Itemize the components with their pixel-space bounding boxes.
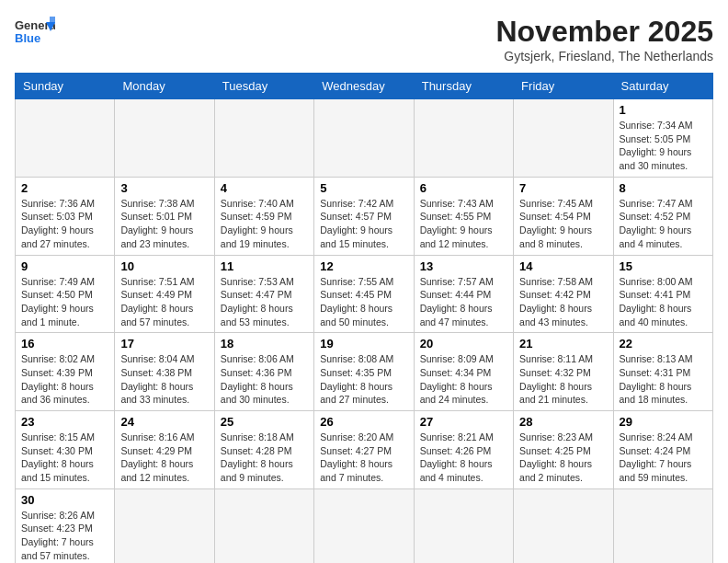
calendar-empty-cell xyxy=(314,99,414,178)
day-info: Sunrise: 7:43 AM Sunset: 4:55 PM Dayligh… xyxy=(420,197,507,251)
calendar-day-19: 19Sunrise: 8:08 AM Sunset: 4:35 PM Dayli… xyxy=(314,333,414,411)
calendar-day-6: 6Sunrise: 7:43 AM Sunset: 4:55 PM Daylig… xyxy=(414,177,513,255)
day-number: 19 xyxy=(320,337,407,350)
day-number: 17 xyxy=(120,337,208,350)
day-info: Sunrise: 7:51 AM Sunset: 4:49 PM Dayligh… xyxy=(120,275,208,329)
calendar-day-15: 15Sunrise: 8:00 AM Sunset: 4:41 PM Dayli… xyxy=(613,255,712,333)
location-title: Gytsjerk, Friesland, The Netherlands xyxy=(495,49,713,63)
day-number: 15 xyxy=(620,259,707,273)
day-info: Sunrise: 8:23 AM Sunset: 4:25 PM Dayligh… xyxy=(519,431,607,485)
calendar-day-13: 13Sunrise: 7:57 AM Sunset: 4:44 PM Dayli… xyxy=(414,255,513,333)
calendar-day-4: 4Sunrise: 7:40 AM Sunset: 4:59 PM Daylig… xyxy=(214,177,313,255)
day-number: 13 xyxy=(420,259,507,273)
logo-svg: General Blue xyxy=(15,15,55,48)
day-number: 28 xyxy=(519,415,607,429)
calendar-day-22: 22Sunrise: 8:13 AM Sunset: 4:31 PM Dayli… xyxy=(613,333,712,411)
day-number: 22 xyxy=(620,337,707,350)
calendar-day-26: 26Sunrise: 8:20 AM Sunset: 4:27 PM Dayli… xyxy=(314,411,414,489)
title-section: November 2025 Gytsjerk, Friesland, The N… xyxy=(495,15,713,63)
day-number: 14 xyxy=(519,259,607,273)
day-number: 6 xyxy=(420,181,507,195)
day-info: Sunrise: 7:40 AM Sunset: 4:59 PM Dayligh… xyxy=(221,197,308,251)
calendar-day-5: 5Sunrise: 7:42 AM Sunset: 4:57 PM Daylig… xyxy=(314,177,414,255)
calendar-day-10: 10Sunrise: 7:51 AM Sunset: 4:49 PM Dayli… xyxy=(115,255,214,333)
day-number: 5 xyxy=(320,181,407,195)
day-number: 3 xyxy=(120,181,208,195)
calendar-day-3: 3Sunrise: 7:38 AM Sunset: 5:01 PM Daylig… xyxy=(115,177,214,255)
calendar-day-1: 1Sunrise: 7:34 AM Sunset: 5:05 PM Daylig… xyxy=(613,99,712,178)
day-info: Sunrise: 8:20 AM Sunset: 4:27 PM Dayligh… xyxy=(320,431,407,485)
day-info: Sunrise: 7:58 AM Sunset: 4:42 PM Dayligh… xyxy=(519,275,607,329)
calendar-empty-cell xyxy=(514,99,613,178)
day-number: 10 xyxy=(120,259,208,273)
calendar-day-27: 27Sunrise: 8:21 AM Sunset: 4:26 PM Dayli… xyxy=(414,411,513,489)
weekday-header-friday: Friday xyxy=(514,74,613,99)
day-info: Sunrise: 8:11 AM Sunset: 4:32 PM Dayligh… xyxy=(519,352,607,407)
calendar-day-2: 2Sunrise: 7:36 AM Sunset: 5:03 PM Daylig… xyxy=(16,177,115,255)
weekday-header-sunday: Sunday xyxy=(16,74,115,99)
calendar-empty-cell xyxy=(16,99,115,178)
day-number: 1 xyxy=(620,103,707,117)
calendar-day-24: 24Sunrise: 8:16 AM Sunset: 4:29 PM Dayli… xyxy=(115,411,214,489)
day-info: Sunrise: 8:24 AM Sunset: 4:24 PM Dayligh… xyxy=(620,431,707,485)
day-info: Sunrise: 7:55 AM Sunset: 4:45 PM Dayligh… xyxy=(320,275,407,329)
day-info: Sunrise: 8:21 AM Sunset: 4:26 PM Dayligh… xyxy=(420,431,507,485)
day-number: 30 xyxy=(21,493,108,507)
day-number: 8 xyxy=(620,181,707,195)
calendar-day-9: 9Sunrise: 7:49 AM Sunset: 4:50 PM Daylig… xyxy=(16,255,115,333)
calendar-week-row: 1Sunrise: 7:34 AM Sunset: 5:05 PM Daylig… xyxy=(16,99,713,178)
calendar-week-row: 2Sunrise: 7:36 AM Sunset: 5:03 PM Daylig… xyxy=(16,177,713,255)
weekday-header-thursday: Thursday xyxy=(414,74,513,99)
day-number: 23 xyxy=(21,415,108,429)
day-info: Sunrise: 7:57 AM Sunset: 4:44 PM Dayligh… xyxy=(420,275,507,329)
calendar-day-29: 29Sunrise: 8:24 AM Sunset: 4:24 PM Dayli… xyxy=(613,411,712,489)
day-number: 16 xyxy=(21,337,108,350)
day-info: Sunrise: 8:02 AM Sunset: 4:39 PM Dayligh… xyxy=(21,352,108,407)
calendar-week-row: 23Sunrise: 8:15 AM Sunset: 4:30 PM Dayli… xyxy=(16,411,713,489)
svg-text:Blue: Blue xyxy=(15,31,40,45)
weekday-header-wednesday: Wednesday xyxy=(314,74,414,99)
calendar-empty-cell xyxy=(115,488,214,563)
day-info: Sunrise: 7:45 AM Sunset: 4:54 PM Dayligh… xyxy=(519,197,607,251)
calendar-day-20: 20Sunrise: 8:09 AM Sunset: 4:34 PM Dayli… xyxy=(414,333,513,411)
month-title: November 2025 xyxy=(495,15,713,49)
calendar-empty-cell xyxy=(115,99,214,178)
calendar-day-28: 28Sunrise: 8:23 AM Sunset: 4:25 PM Dayli… xyxy=(514,411,613,489)
calendar-day-7: 7Sunrise: 7:45 AM Sunset: 4:54 PM Daylig… xyxy=(514,177,613,255)
day-info: Sunrise: 7:47 AM Sunset: 4:52 PM Dayligh… xyxy=(620,197,707,251)
calendar-day-14: 14Sunrise: 7:58 AM Sunset: 4:42 PM Dayli… xyxy=(514,255,613,333)
day-info: Sunrise: 8:16 AM Sunset: 4:29 PM Dayligh… xyxy=(120,431,208,485)
day-number: 26 xyxy=(320,415,407,429)
calendar-week-row: 9Sunrise: 7:49 AM Sunset: 4:50 PM Daylig… xyxy=(16,255,713,333)
calendar-day-17: 17Sunrise: 8:04 AM Sunset: 4:38 PM Dayli… xyxy=(115,333,214,411)
day-info: Sunrise: 8:13 AM Sunset: 4:31 PM Dayligh… xyxy=(620,352,707,407)
day-info: Sunrise: 7:49 AM Sunset: 4:50 PM Dayligh… xyxy=(21,275,108,329)
weekday-header-tuesday: Tuesday xyxy=(214,74,313,99)
weekday-header-row: SundayMondayTuesdayWednesdayThursdayFrid… xyxy=(16,74,713,99)
calendar-day-12: 12Sunrise: 7:55 AM Sunset: 4:45 PM Dayli… xyxy=(314,255,414,333)
day-number: 9 xyxy=(21,259,108,273)
weekday-header-saturday: Saturday xyxy=(613,74,712,99)
day-info: Sunrise: 7:34 AM Sunset: 5:05 PM Dayligh… xyxy=(620,119,707,173)
day-info: Sunrise: 8:08 AM Sunset: 4:35 PM Dayligh… xyxy=(320,352,407,407)
calendar-day-21: 21Sunrise: 8:11 AM Sunset: 4:32 PM Dayli… xyxy=(514,333,613,411)
calendar-day-23: 23Sunrise: 8:15 AM Sunset: 4:30 PM Dayli… xyxy=(16,411,115,489)
day-number: 4 xyxy=(221,181,308,195)
calendar-week-row: 30Sunrise: 8:26 AM Sunset: 4:23 PM Dayli… xyxy=(16,488,713,563)
calendar-day-11: 11Sunrise: 7:53 AM Sunset: 4:47 PM Dayli… xyxy=(214,255,313,333)
day-info: Sunrise: 7:53 AM Sunset: 4:47 PM Dayligh… xyxy=(221,275,308,329)
day-number: 7 xyxy=(519,181,607,195)
day-info: Sunrise: 7:42 AM Sunset: 4:57 PM Dayligh… xyxy=(320,197,407,251)
day-info: Sunrise: 8:09 AM Sunset: 4:34 PM Dayligh… xyxy=(420,352,507,407)
calendar-week-row: 16Sunrise: 8:02 AM Sunset: 4:39 PM Dayli… xyxy=(16,333,713,411)
day-number: 12 xyxy=(320,259,407,273)
calendar-empty-cell xyxy=(613,488,712,563)
day-info: Sunrise: 8:04 AM Sunset: 4:38 PM Dayligh… xyxy=(120,352,208,407)
calendar-empty-cell xyxy=(214,488,313,563)
day-number: 27 xyxy=(420,415,507,429)
day-number: 20 xyxy=(420,337,507,350)
day-info: Sunrise: 8:15 AM Sunset: 4:30 PM Dayligh… xyxy=(21,431,108,485)
page-header: General Blue November 2025 Gytsjerk, Fri… xyxy=(15,15,713,63)
calendar-table: SundayMondayTuesdayWednesdayThursdayFrid… xyxy=(15,73,713,563)
day-number: 24 xyxy=(120,415,208,429)
